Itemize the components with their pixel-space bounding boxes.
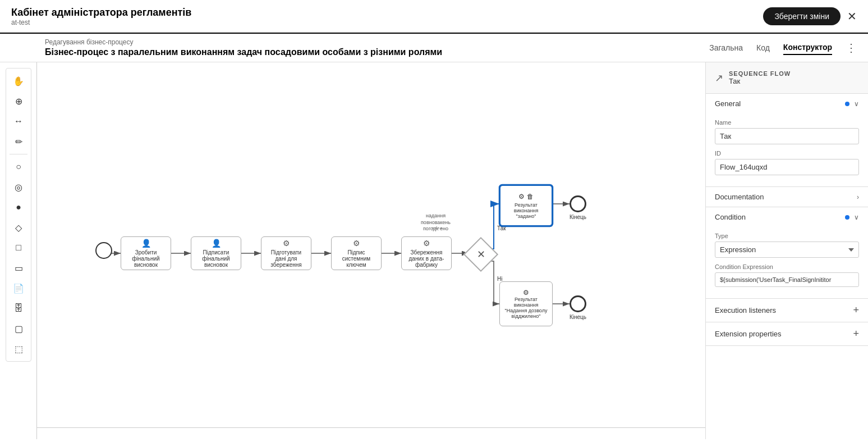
extension-properties-add-btn[interactable]: + <box>853 328 859 340</box>
field-id-row: ID <box>715 150 859 175</box>
end-event-2[interactable] <box>570 295 586 312</box>
section-execution-listeners-header[interactable]: Execution listeners + <box>706 299 868 322</box>
gateway-incoming-label: наданняповновакеньпогодk eно <box>421 213 451 233</box>
section-general-chevron: ∨ <box>854 100 859 108</box>
exclusive-gateway[interactable]: ✕ <box>463 237 498 272</box>
app-header: Кабінет адміністратора регламентів at-te… <box>0 0 868 34</box>
section-general-body: Name ID <box>706 113 868 186</box>
section-documentation: Documentation › <box>706 187 868 207</box>
section-extension-properties: Extension properties + <box>706 322 868 346</box>
task-sign-conclusion[interactable]: 👤 Підписати фінальний висновок <box>191 236 241 270</box>
task-system-sign[interactable]: ⚙ Підпис системним ключем <box>331 236 382 270</box>
gateway-x-icon: ✕ <box>477 248 485 261</box>
bottom-boundary <box>36 427 705 428</box>
tool-selection[interactable]: ⬚ <box>10 340 27 358</box>
section-extension-properties-title: Extension properties <box>715 330 782 338</box>
tool-rect[interactable]: □ <box>10 239 27 257</box>
panel-header-info: SEQUENCE FLOW Так <box>729 70 791 85</box>
tab-general[interactable]: Загальна <box>709 41 743 54</box>
sub-header: Редагування бізнес-процесу Бізнес-процес… <box>0 34 868 62</box>
section-documentation-title: Documentation <box>715 193 764 201</box>
task-prepare-data[interactable]: ⚙ Підготувати дані для збереження <box>261 236 311 270</box>
start-event[interactable] <box>95 242 112 259</box>
section-extension-properties-header[interactable]: Extension properties + <box>706 322 868 345</box>
task-label-6: Результат виконання "задано" <box>504 202 548 219</box>
section-documentation-header[interactable]: Documentation › <box>706 187 868 207</box>
field-type-row: Type Expression Default None <box>715 233 859 258</box>
task-icon-3: ⚙ <box>283 239 290 248</box>
tool-cylinder[interactable]: 🗄 <box>10 299 27 317</box>
tab-group: Загальна Код Конструктор ⋮ <box>709 40 857 55</box>
tool-hand[interactable]: ✋ <box>10 72 27 90</box>
task-final-conclusion[interactable]: 👤 Зробити фінальний висновок <box>121 236 171 270</box>
panel-element-type: SEQUENCE FLOW <box>729 70 791 77</box>
section-documentation-chevron: › <box>857 193 859 201</box>
execution-listeners-add-btn[interactable]: + <box>853 304 859 316</box>
panel-element-name: Так <box>729 77 791 85</box>
field-condition-expr-row: Condition Expression <box>715 263 859 287</box>
field-type-select[interactable]: Expression Default None <box>715 241 859 258</box>
field-condition-expr-input[interactable] <box>715 272 859 287</box>
tool-resize[interactable]: ↔ <box>10 112 27 130</box>
section-execution-listeners-title: Execution listeners <box>715 306 776 315</box>
field-name-label: Name <box>715 119 859 126</box>
tool-doc[interactable]: 📄 <box>10 279 27 297</box>
tool-circle-filled[interactable]: ● <box>10 198 27 216</box>
left-boundary <box>36 62 37 439</box>
end-event-2-label: Кінець <box>567 314 589 320</box>
task-label-3: Підготувати дані для збереження <box>265 249 307 268</box>
task-label-2: Підписати фінальний висновок <box>195 249 237 268</box>
tool-circle-outline[interactable]: ◎ <box>10 178 27 196</box>
tool-diamond[interactable]: ◇ <box>10 218 27 236</box>
field-name-input[interactable] <box>715 128 859 144</box>
section-execution-listeners: Execution listeners + <box>706 299 868 322</box>
more-button[interactable]: ⋮ <box>846 41 857 54</box>
section-general: General ∨ Name ID <box>706 94 868 187</box>
task-icon-7: ⚙ <box>523 289 529 297</box>
task-label-1: Зробити фінальний висновок <box>125 249 167 268</box>
close-button[interactable]: ✕ <box>847 10 857 23</box>
tool-crosshair[interactable]: ⊕ <box>10 92 27 110</box>
section-condition: Condition ∨ Type Expression Default None… <box>706 207 868 299</box>
tool-rect-line[interactable]: ▭ <box>10 259 27 277</box>
section-condition-header[interactable]: Condition ∨ <box>706 207 868 227</box>
section-general-dot <box>845 102 849 106</box>
section-condition-dot <box>845 215 849 220</box>
task-result-denied[interactable]: ⚙ Результат виконання "Надання дозволу в… <box>499 281 553 326</box>
task-label-7: Результат виконання "Надання дозволу від… <box>503 297 549 319</box>
page-title: Бізнес-процес з паралельним виконанням з… <box>45 47 442 57</box>
sequence-tak-label: Так <box>497 225 506 231</box>
field-id-label: ID <box>715 150 859 157</box>
app-name: Кабінет адміністратора регламентів <box>11 7 191 19</box>
task-save-data[interactable]: ⚙ Збереження даних в дата-фабрику <box>401 236 452 270</box>
task-icon-2: 👤 <box>212 239 221 248</box>
tool-pencil[interactable]: ✏ <box>10 133 27 151</box>
section-condition-body: Type Expression Default None Condition E… <box>706 227 868 298</box>
task-icon-4: ⚙ <box>353 239 360 248</box>
field-type-label: Type <box>715 233 859 239</box>
section-general-header[interactable]: General ∨ <box>706 94 868 113</box>
bpmn-canvas[interactable]: ✋ ⊕ ↔ ✏ ○ ◎ ● ◇ □ ▭ 📄 🗄 ▢ ⬚ <box>0 62 705 439</box>
end-event-1-label: Кінець <box>567 214 589 220</box>
tool-frame[interactable]: ▢ <box>10 320 27 338</box>
task-icon-6a: ⚙ <box>518 193 525 201</box>
breadcrumb: Редагування бізнес-процесу <box>45 38 442 46</box>
task-label-4: Підпис системним ключем <box>335 249 378 268</box>
tab-constructor[interactable]: Конструктор <box>783 40 832 55</box>
header-title-group: Кабінет адміністратора регламентів at-te… <box>11 7 191 26</box>
section-condition-title: Condition <box>715 213 746 221</box>
sequence-flow-icon: ↗ <box>715 72 723 84</box>
bpmn-toolbar: ✋ ⊕ ↔ ✏ ○ ◎ ● ◇ □ ▭ 📄 🗄 ▢ ⬚ <box>6 68 31 362</box>
field-name-row: Name <box>715 119 859 144</box>
panel-header: ↗ SEQUENCE FLOW Так <box>706 62 868 94</box>
tool-circle-empty[interactable]: ○ <box>10 158 27 176</box>
header-right: Зберегти зміни ✕ <box>763 7 857 25</box>
sequence-ni-label: Ні <box>497 276 502 282</box>
field-id-input[interactable] <box>715 159 859 175</box>
task-result-zadano[interactable]: ⚙ 🗑 Результат виконання "задано" <box>499 185 553 226</box>
tab-code[interactable]: Код <box>756 41 770 54</box>
toolbar-divider-1 <box>10 154 27 154</box>
save-button[interactable]: Зберегти зміни <box>763 7 841 25</box>
end-event-1[interactable] <box>570 195 586 212</box>
section-condition-chevron: ∨ <box>854 213 859 221</box>
